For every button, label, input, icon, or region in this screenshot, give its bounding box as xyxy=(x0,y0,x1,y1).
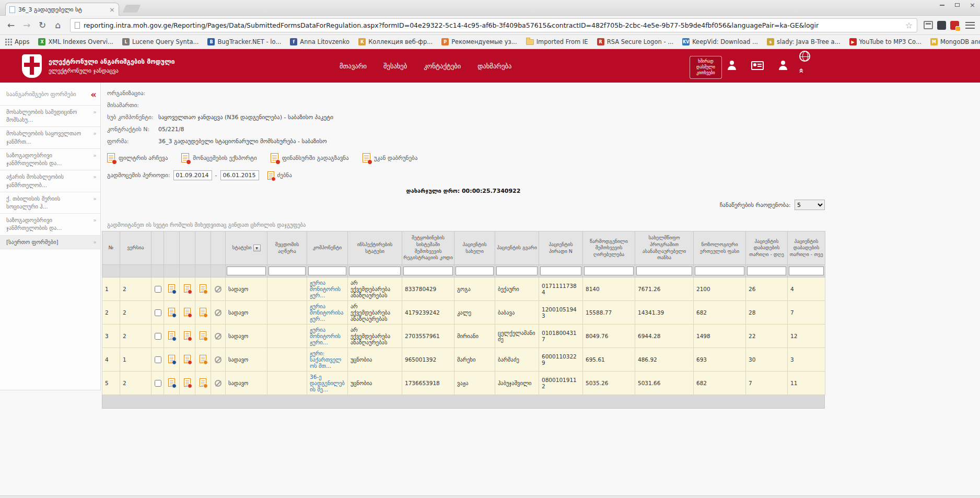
header-nav-item[interactable]: დახმარება xyxy=(477,62,511,70)
bookmark-item[interactable]: XXML Indexes Overvi... xyxy=(38,38,113,45)
column-filter-input[interactable] xyxy=(584,267,634,275)
component-link[interactable]: 36-ე დადგენილების მე... xyxy=(307,372,348,395)
edit-row-icon[interactable] xyxy=(200,331,206,340)
search-button[interactable]: ძებნა xyxy=(267,171,292,180)
column-header[interactable]: პაციენტის სახელი xyxy=(454,231,495,265)
header-nav-item[interactable]: კონტაქტები xyxy=(424,62,461,70)
window-maximize-button[interactable] xyxy=(950,0,965,10)
column-header[interactable]: შეცდომის აღწერა xyxy=(267,231,307,265)
cancel-row-icon[interactable] xyxy=(215,356,221,363)
window-close-button[interactable]: × xyxy=(965,0,980,10)
export-row-icon[interactable] xyxy=(184,284,191,293)
component-link[interactable]: ჟურია მონიტორისა ჟურ... xyxy=(307,301,348,325)
bookmark-item[interactable]: MMongoDB and C# - ... xyxy=(930,38,980,45)
reload-button[interactable]: ↻ xyxy=(37,20,48,30)
column-header[interactable]: ინსპექტირების სტატუსი xyxy=(348,231,402,265)
bookmark-item[interactable]: sslady: Java B-Tree a... xyxy=(767,38,841,45)
site-logo[interactable]: ელექტრონული ანგარიშგების მოდული ელექტრონ… xyxy=(22,54,175,78)
row-checkbox[interactable] xyxy=(155,309,161,316)
component-link[interactable]: ჟურია მონიტორის ჟურ... xyxy=(307,277,348,301)
cancel-row-icon[interactable] xyxy=(215,333,221,340)
sidebar-item[interactable]: [საერთო ფორმები]» xyxy=(0,236,100,249)
column-filter-input[interactable] xyxy=(540,267,581,275)
cancel-row-icon[interactable] xyxy=(215,380,221,387)
cancel-row-icon[interactable] xyxy=(215,286,221,293)
action-button[interactable]: ფილტრის არჩევა xyxy=(107,153,168,163)
home-button[interactable]: ⌂ xyxy=(52,20,64,30)
column-header[interactable]: ნოზოლოგიური ერთეულის ფასი xyxy=(694,231,746,265)
header-nav-item[interactable]: მთავარი xyxy=(340,62,367,70)
sidebar-item[interactable]: მოსახლეობის სამედიცინო მომსახუ...» xyxy=(0,106,100,127)
bookmark-item[interactable]: РРекомендуемые уз... xyxy=(441,38,517,45)
action-button[interactable]: უკან დაბრუნება xyxy=(363,153,418,163)
column-header[interactable]: პაციენტის გვარი xyxy=(495,231,539,265)
collapse-header-icon[interactable]: « xyxy=(797,68,806,72)
date-to-input[interactable] xyxy=(220,170,259,180)
profile-icon[interactable] xyxy=(727,61,737,70)
column-filter-input[interactable] xyxy=(403,267,453,275)
edit-row-icon[interactable] xyxy=(200,284,206,293)
row-checkbox[interactable] xyxy=(155,286,161,293)
export-row-icon[interactable] xyxy=(184,378,191,387)
edit-row-icon[interactable] xyxy=(200,378,206,387)
new-tab-button[interactable] xyxy=(123,5,141,13)
bookmark-item[interactable]: LLucene Query Synta... xyxy=(122,38,199,45)
column-header[interactable]: პაციენტის პირადი N xyxy=(539,231,583,265)
column-header[interactable]: ვერსია xyxy=(120,231,151,265)
column-filter-input[interactable] xyxy=(349,267,401,275)
records-count-select[interactable]: 5 xyxy=(795,200,825,210)
component-link[interactable]: ჟურია მონიტორის ჟური... xyxy=(307,325,348,348)
action-button[interactable]: მონაცემების ექსპორტი xyxy=(181,153,256,163)
status-filter-icon[interactable]: ▼ xyxy=(253,245,261,251)
column-header[interactable]: კომპონენტი xyxy=(307,231,348,265)
row-checkbox[interactable] xyxy=(155,356,161,363)
browser-tab[interactable]: 36_3 გადაუდებელი სტ × xyxy=(5,3,119,16)
edit-row-icon[interactable] xyxy=(200,355,206,363)
column-filter-input[interactable] xyxy=(747,267,786,275)
view-row-icon[interactable] xyxy=(168,331,175,340)
column-header[interactable]: სახელმწიფო პროგრამით ასანაზღაურებელი თან… xyxy=(635,231,694,265)
column-filter-input[interactable] xyxy=(269,267,306,275)
edit-row-icon[interactable] xyxy=(200,308,206,316)
faq-button[interactable]: ხშირად დასმული კითხვები xyxy=(690,56,722,79)
sidebar-collapse-icon[interactable]: « xyxy=(90,89,95,100)
window-minimize-button[interactable] xyxy=(935,0,950,10)
back-button[interactable]: ← xyxy=(5,20,17,30)
column-filter-input[interactable] xyxy=(227,267,266,275)
bookmark-item[interactable]: fAnna Litovzenko xyxy=(290,38,349,45)
dark-extension-icon[interactable] xyxy=(937,21,946,30)
view-row-icon[interactable] xyxy=(168,355,175,363)
column-header[interactable]: № xyxy=(102,231,120,265)
row-checkbox[interactable] xyxy=(155,333,161,340)
id-card-icon[interactable] xyxy=(751,61,764,70)
view-row-icon[interactable] xyxy=(168,284,175,293)
row-checkbox[interactable] xyxy=(155,380,161,387)
address-bar[interactable]: reporting.intra.moh.gov.ge/Reporting/Pag… xyxy=(70,18,917,32)
export-row-icon[interactable] xyxy=(184,331,191,340)
sidebar-item[interactable]: საზოგადოებრივი ჯანმრთელობის და...» xyxy=(0,214,100,235)
view-row-icon[interactable] xyxy=(168,308,175,316)
bookmark-item[interactable]: Imported From IE xyxy=(526,38,588,45)
sidebar-item[interactable]: აჭარის მოსახლეობის ჯანმრთელობ...» xyxy=(0,170,100,192)
red-extension-icon[interactable] xyxy=(950,21,959,30)
column-filter-input[interactable] xyxy=(496,267,538,275)
tiles-extension-icon[interactable] xyxy=(924,21,933,29)
export-row-icon[interactable] xyxy=(184,308,191,316)
globe-icon[interactable] xyxy=(799,51,810,62)
action-button[interactable]: ფინანსურში გადაგზავნა xyxy=(271,153,349,163)
column-header[interactable]: სტატუსი▼ xyxy=(226,231,267,265)
column-filter-input[interactable] xyxy=(456,267,494,275)
forward-button[interactable]: → xyxy=(21,20,32,30)
component-link[interactable]: ჟური: საქართველოს მთ... xyxy=(307,348,348,372)
tab-close-icon[interactable]: × xyxy=(109,6,115,13)
column-filter-input[interactable] xyxy=(789,267,824,275)
column-header[interactable]: პაციენტის დაბადების თარიღი - თვე xyxy=(788,231,825,265)
cancel-row-icon[interactable] xyxy=(215,309,221,316)
bookmark-item[interactable]: KVKeepVid: Download ... xyxy=(682,38,758,45)
column-header[interactable]: პაციენტის დაბადების თარიღი - დღე xyxy=(746,231,788,265)
bookmark-item[interactable]: ККоллекция веб-фр... xyxy=(358,38,433,45)
bookmark-item[interactable]: Apps xyxy=(5,38,29,45)
user-icon[interactable] xyxy=(778,61,788,70)
header-nav-item[interactable]: შესახებ xyxy=(383,62,407,70)
sidebar-item[interactable]: საზოგადოებრივი ჯანმრთელობის და...» xyxy=(0,149,100,170)
